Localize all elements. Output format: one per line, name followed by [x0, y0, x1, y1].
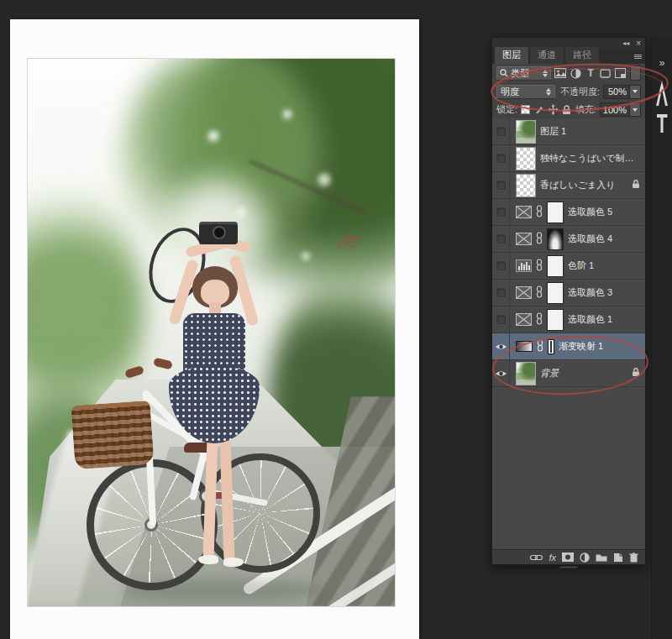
lock-all-icon[interactable]	[562, 104, 572, 116]
layer-name[interactable]: 选取颜色 5	[568, 206, 640, 218]
visibility-toggle[interactable]	[492, 360, 510, 386]
visibility-toggle[interactable]	[492, 333, 510, 359]
layer-thumbnail[interactable]	[516, 147, 536, 170]
layer-name[interactable]: 独特なこうばいで制作...	[540, 152, 640, 165]
filter-type-label: 类型	[511, 67, 540, 80]
filter-toggle-button[interactable]	[630, 65, 641, 81]
filter-type-dropdown[interactable]: 类型	[496, 66, 551, 81]
layer-mask-thumbnail[interactable]	[547, 282, 564, 304]
collapse-panel-icon[interactable]: ◂◂	[622, 39, 629, 47]
photo-artwork	[28, 59, 395, 606]
layer-row[interactable]: 色阶 1	[492, 253, 645, 280]
filter-adjustment-layers-icon[interactable]	[570, 66, 581, 80]
selected-mask-frame	[548, 339, 554, 354]
opacity-value[interactable]: 50%	[603, 85, 630, 99]
layer-name[interactable]: 选取颜色 1	[568, 313, 640, 326]
layer-lock-icon	[632, 368, 640, 379]
bicycle-rear-wheel	[201, 453, 320, 573]
hidden-eye-box	[496, 181, 506, 190]
layer-name[interactable]: 背景	[540, 367, 626, 380]
camera-lens	[213, 226, 226, 239]
layer-row[interactable]: 香ばしいごま入り	[492, 172, 645, 199]
document-canvas[interactable]	[10, 19, 419, 639]
visibility-toggle[interactable]	[492, 172, 510, 198]
new-layer-button[interactable]	[613, 553, 623, 563]
dock-panel-icon-2[interactable]	[657, 114, 668, 133]
eye-icon	[495, 343, 507, 351]
mask-link-icon[interactable]	[536, 312, 543, 327]
mask-link-icon[interactable]	[536, 259, 543, 273]
link-layers-button[interactable]	[530, 554, 543, 561]
tab-channels[interactable]: 通道	[530, 47, 564, 64]
visibility-toggle[interactable]	[492, 226, 510, 252]
dock-panel-icon[interactable]	[656, 81, 668, 106]
visibility-toggle[interactable]	[492, 306, 510, 333]
mask-link-icon[interactable]	[536, 205, 543, 219]
bicycle-basket	[71, 401, 154, 469]
layer-row[interactable]: 选取颜色 1	[492, 306, 645, 333]
layer-row-selected[interactable]: 渐变映射 1	[492, 333, 645, 360]
mask-link-icon[interactable]	[536, 232, 543, 246]
lock-image-icon[interactable]	[534, 104, 544, 116]
tab-layers[interactable]: 图层	[495, 47, 528, 64]
layer-mask-thumbnail[interactable]	[547, 309, 564, 331]
layer-name[interactable]: 色阶 1	[568, 259, 640, 272]
layer-name[interactable]: 选取颜色 3	[568, 286, 640, 299]
mask-link-icon[interactable]	[537, 339, 543, 354]
layer-style-button[interactable]: fx	[549, 553, 556, 563]
eye-icon	[495, 369, 507, 378]
blend-mode-select[interactable]: 明度	[496, 85, 555, 99]
selective-color-icon	[516, 286, 532, 299]
visibility-toggle[interactable]	[492, 199, 510, 225]
search-icon	[500, 69, 508, 77]
mask-link-icon[interactable]	[536, 285, 543, 300]
fill-dropdown-button[interactable]	[630, 102, 641, 117]
layer-mask-thumbnail[interactable]	[547, 228, 564, 250]
layer-row[interactable]: 背景	[492, 360, 645, 387]
add-mask-button[interactable]	[562, 553, 574, 562]
filter-pixel-layers-icon[interactable]	[554, 66, 566, 80]
layer-mask-thumbnail[interactable]	[547, 202, 564, 223]
close-panel-icon[interactable]: ×	[636, 39, 641, 48]
layer-name[interactable]: 渐变映射 1	[559, 340, 640, 353]
layer-mask-thumbnail[interactable]	[550, 341, 552, 353]
layer-row[interactable]: 选取颜色 4	[492, 226, 645, 253]
layer-name[interactable]: 选取颜色 4	[568, 233, 640, 245]
lock-label: 锁定:	[496, 103, 517, 116]
layer-name[interactable]: 图层 1	[540, 125, 640, 138]
delete-layer-button[interactable]	[629, 553, 638, 563]
layer-row[interactable]: 选取颜色 5	[492, 199, 645, 226]
handlebar-left-grip	[124, 365, 144, 379]
layer-row[interactable]: 图层 1	[492, 118, 645, 145]
layer-row[interactable]: 独特なこうばいで制作...	[492, 145, 645, 172]
layer-thumbnail[interactable]	[516, 174, 536, 197]
filter-smart-object-icon[interactable]	[615, 66, 627, 80]
new-adjustment-layer-button[interactable]	[580, 553, 590, 563]
lock-position-icon[interactable]	[548, 104, 559, 116]
layer-row[interactable]: 选取颜色 3	[492, 280, 645, 306]
visibility-toggle[interactable]	[492, 118, 510, 144]
new-group-button[interactable]	[596, 553, 607, 562]
dropdown-arrows-icon	[543, 70, 548, 77]
layer-filter-row: 类型 T	[492, 64, 645, 82]
layer-mask-thumbnail[interactable]	[547, 255, 564, 277]
filter-type-layers-icon[interactable]: T	[585, 66, 596, 80]
tab-paths[interactable]: 路径	[565, 47, 599, 64]
visibility-toggle[interactable]	[492, 253, 510, 279]
expand-dock-icon[interactable]: »	[652, 57, 672, 69]
hidden-eye-box	[496, 315, 506, 324]
panel-menu-icon[interactable]	[634, 55, 642, 59]
layer-name[interactable]: 香ばしいごま入り	[540, 179, 626, 191]
selective-color-icon	[516, 313, 532, 326]
visibility-toggle[interactable]	[492, 280, 510, 306]
visibility-toggle[interactable]	[492, 145, 510, 171]
filter-shape-layers-icon[interactable]	[600, 66, 612, 80]
layer-thumbnail[interactable]	[516, 120, 536, 144]
lock-transparency-icon[interactable]	[521, 104, 531, 116]
panel-resize-grip[interactable]	[559, 566, 578, 568]
fill-value[interactable]: 100%	[600, 102, 630, 117]
selective-color-icon	[516, 233, 532, 245]
opacity-dropdown-button[interactable]	[630, 85, 641, 99]
handlebar-right-grip	[153, 357, 173, 369]
layer-thumbnail[interactable]	[516, 362, 536, 385]
